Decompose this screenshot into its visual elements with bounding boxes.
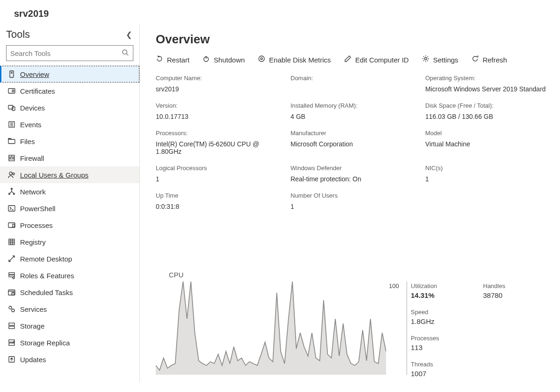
search-icon[interactable] <box>117 49 133 58</box>
power-icon <box>202 55 210 64</box>
svg-rect-32 <box>9 239 14 245</box>
restart-button[interactable]: Restart <box>156 55 189 64</box>
server-name: srv2019 <box>0 0 560 25</box>
sidebar-item-label: Network <box>20 188 46 196</box>
svg-point-20 <box>9 172 12 175</box>
info-key: Model <box>425 130 551 137</box>
sidebar-item-label: PowerShell <box>20 205 55 213</box>
toolbar-label: Shutdown <box>214 56 245 64</box>
info-key: Operating System: <box>425 75 551 82</box>
info-cell: ModelVirtual Machine <box>425 130 551 155</box>
info-value: 1 <box>290 203 416 210</box>
tools-title: Tools <box>6 28 30 41</box>
info-key: Version: <box>156 102 281 109</box>
svg-point-21 <box>13 173 14 175</box>
sidebar-item-label: Firewall <box>20 154 44 162</box>
roles-icon <box>8 272 20 279</box>
sidebar-item-scheduled-tasks[interactable]: Scheduled Tasks <box>0 284 139 301</box>
info-key: NIC(s) <box>425 165 551 172</box>
cpu-stat: Handles38780 <box>483 282 551 299</box>
sidebar-item-roles-features[interactable]: Roles & Features <box>0 267 139 284</box>
sidebar-item-label: Services <box>20 305 47 313</box>
svg-rect-50 <box>9 343 14 345</box>
shutdown-button[interactable]: Shutdown <box>202 55 245 64</box>
sidebar-item-events[interactable]: Events <box>0 116 139 133</box>
sched-icon <box>8 289 20 296</box>
info-value: 116.03 GB / 130.66 GB <box>425 113 551 120</box>
sidebar-item-devices[interactable]: Devices <box>0 99 139 116</box>
sidebar-item-label: Remote Desktop <box>20 255 72 263</box>
sidebar-item-certificates[interactable]: Certificates <box>0 83 139 99</box>
info-cell: Processors:Intel(R) Core(TM) i5-6260U CP… <box>156 130 281 155</box>
toolbar-label: Edit Computer ID <box>355 56 409 64</box>
cpu-stats: Utilization14.31%Handles38780Speed1.8GHz… <box>411 282 551 378</box>
info-key: Manufacturer <box>290 130 416 137</box>
info-cell: Installed Memory (RAM):4 GB <box>290 102 416 120</box>
toolbar-label: Refresh <box>483 56 507 64</box>
svg-point-45 <box>9 306 12 309</box>
updates-icon <box>8 356 20 363</box>
sidebar-item-overview[interactable]: Overview <box>0 66 139 83</box>
cpu-stat <box>483 309 551 325</box>
info-cell: Domain: <box>290 75 416 93</box>
sidebar-item-label: Overview <box>20 70 49 78</box>
info-value: 1 <box>425 175 551 183</box>
info-cell: NIC(s)1 <box>425 165 551 183</box>
sidebar-item-label: Storage Replica <box>20 339 70 347</box>
cpu-stat-key: Threads <box>411 361 478 368</box>
info-cell: Logical Processors1 <box>156 165 281 183</box>
cpu-stat-value: 14.31% <box>411 291 478 299</box>
sidebar-item-local-users-groups[interactable]: Local Users & Groups <box>0 166 139 183</box>
search-input[interactable] <box>7 49 117 57</box>
sidebar-item-network[interactable]: Network <box>0 183 139 200</box>
enable-disk-metrics-button[interactable]: Enable Disk Metrics <box>258 55 331 64</box>
cpu-divider <box>407 282 407 375</box>
info-key: Installed Memory (RAM): <box>290 102 416 109</box>
network-icon <box>8 188 20 195</box>
users-icon <box>8 171 20 179</box>
cpu-section: CPU 100 Utilization14.31%Handles38780Spe… <box>156 266 551 378</box>
info-value: Microsoft Corporation <box>290 140 416 148</box>
edit-computer-id-button[interactable]: Edit Computer ID <box>344 55 409 64</box>
sidebar-item-storage-replica[interactable]: Storage Replica <box>0 334 139 351</box>
sidebar-item-firewall[interactable]: Firewall <box>0 150 139 166</box>
sidebar-item-label: Roles & Features <box>20 272 74 280</box>
cpu-stat: Utilization14.31% <box>411 282 478 299</box>
search-tools[interactable] <box>6 45 133 61</box>
svg-line-37 <box>9 256 14 261</box>
target-icon <box>258 55 265 64</box>
info-key: Logical Processors <box>156 165 281 172</box>
toolbar-label: Settings <box>433 56 458 64</box>
info-value: Virtual Machine <box>425 140 551 148</box>
svg-rect-47 <box>9 323 14 325</box>
sidebar-item-processes[interactable]: Processes <box>0 217 139 234</box>
settings-button[interactable]: Settings <box>422 55 458 64</box>
info-value: 10.0.17713 <box>156 113 281 120</box>
sidebar-item-label: Local Users & Groups <box>20 171 89 179</box>
info-key: Windows Defender <box>290 165 416 172</box>
refresh-button[interactable]: Refresh <box>471 55 507 64</box>
collapse-sidebar-icon[interactable]: ❮ <box>126 30 132 39</box>
info-key: Up Time <box>156 192 281 199</box>
sidebar-item-remote-desktop[interactable]: Remote Desktop <box>0 250 139 267</box>
sidebar-item-label: Storage <box>20 322 45 330</box>
svg-rect-13 <box>8 139 15 144</box>
sidebar-item-powershell[interactable]: PowerShell <box>0 200 139 217</box>
info-value: 1 <box>156 175 281 183</box>
cpu-stat: Processes113 <box>411 335 478 351</box>
cpu-title: CPU <box>169 271 551 279</box>
svg-point-27 <box>14 193 15 195</box>
sidebar-item-files[interactable]: Files <box>0 133 139 150</box>
sidebar-item-updates[interactable]: Updates <box>0 351 139 368</box>
sidebar-item-services[interactable]: Services <box>0 301 139 317</box>
devices-icon <box>8 104 20 111</box>
server-icon <box>8 70 20 78</box>
info-cell: Up Time0:0:31:8 <box>156 192 281 210</box>
firewall-icon <box>8 154 20 162</box>
svg-line-1 <box>126 54 128 55</box>
info-cell: Disk Space (Free / Total):116.03 GB / 13… <box>425 102 551 120</box>
sidebar-item-label: Registry <box>20 238 46 246</box>
sidebar-item-storage[interactable]: Storage <box>0 317 139 334</box>
sidebar-item-registry[interactable]: Registry <box>0 234 139 250</box>
svg-point-6 <box>12 90 14 92</box>
